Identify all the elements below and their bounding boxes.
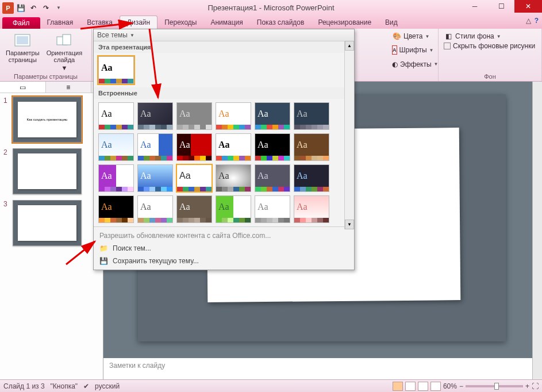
theme-thumb[interactable]: Aa [137,133,173,161]
slide-thumb-3[interactable]: 3 [3,200,99,246]
gallery-scrollbar[interactable]: ▲ ▼ [344,41,354,229]
page-setup-icon [13,32,32,48]
theme-thumb[interactable]: Aa [255,195,290,223]
outline-tab[interactable]: ≡ [46,82,92,93]
group-label-background: Фон [442,73,538,80]
notes-placeholder: Заметки к слайду [109,362,165,370]
theme-thumb[interactable]: Aa [98,102,134,130]
gallery-office-update[interactable]: Разрешить обновление контента с сайта Of… [94,229,354,242]
tab-insert[interactable]: Вставка [80,16,120,29]
colors-icon: 🎨 [392,32,401,41]
title-bar: P 💾 ↶ ↷ ▼ Презентация1 - Microsoft Power… [0,0,542,16]
theme-thumb[interactable]: Aa [137,102,173,130]
theme-thumb[interactable]: Aa [294,164,329,192]
editor-scrollbar[interactable] [532,82,542,379]
save-theme-icon: 💾 [99,257,108,265]
slides-tab[interactable]: ▭ [0,82,46,93]
tab-slideshow[interactable]: Показ слайдов [250,16,312,29]
gallery-header[interactable]: Все темы▼ [94,29,354,41]
zoom-out-button[interactable]: − [459,382,463,390]
theme-thumb[interactable]: Aa [137,195,173,223]
theme-thumb[interactable]: Aa [216,102,251,130]
effects-button[interactable]: ◐Эффекты▼ [390,59,435,70]
fonts-button[interactable]: AШрифты▼ [390,45,435,55]
view-normal-button[interactable] [393,382,403,391]
section-builtin: Встроенные [94,87,354,99]
window-controls: ─ ☐ ✕ [462,0,542,13]
close-button[interactable]: ✕ [514,0,542,13]
theme-thumb[interactable]: Aa [255,164,290,192]
minimize-ribbon-icon[interactable]: △ [526,17,531,25]
theme-thumb[interactable]: Aa [216,164,251,192]
background-styles-button[interactable]: ◧Стили фона▼ [442,31,538,41]
chevron-down-icon: ▼ [61,64,67,71]
theme-thumb[interactable]: Aa [176,133,212,161]
theme-thumb[interactable]: Aa [294,102,329,130]
notes-pane[interactable]: Заметки к слайду [103,356,532,379]
window-title: Презентация1 - Microsoft PowerPoint [0,3,542,12]
theme-thumb-selected[interactable]: Aa [176,164,212,192]
fonts-icon: A [392,45,397,55]
hide-bg-checkbox[interactable]: Скрыть фоновые рисунки [442,41,538,51]
slide-thumb-2[interactable]: 2 [3,148,99,194]
section-this-presentation: Эта презентация [94,41,354,53]
group-label-page-setup: Параметры страницы [3,73,88,80]
svg-rect-3 [63,34,71,45]
theme-thumb[interactable]: Aa [216,195,251,223]
tab-design[interactable]: Дизайн [120,16,157,29]
theme-thumb-current[interactable]: Aa [98,56,134,84]
slide-thumb-1[interactable]: 1 Как создать презентацию [3,97,99,143]
ribbon-tabs: Файл Главная Вставка Дизайн Переходы Ани… [0,16,542,29]
page-setup-button[interactable]: Параметры страницы [3,31,42,72]
undo-icon[interactable]: ↶ [28,2,39,14]
theme-thumb[interactable]: Aa [176,195,212,223]
slide-panel: ▭ ≡ ✕ 1 Как создать презентацию 2 3 [0,82,103,379]
zoom-in-button[interactable]: + [525,382,529,390]
zoom-level[interactable]: 60% [443,382,457,390]
theme-thumb[interactable]: Aa [216,133,251,161]
chevron-down-icon: ▼ [130,33,134,38]
status-language[interactable]: русский [95,382,120,390]
theme-thumb[interactable]: Aa [98,195,134,223]
view-slideshow-button[interactable] [430,382,441,391]
tab-review[interactable]: Рецензирование [311,16,378,29]
theme-thumb[interactable]: Aa [137,164,173,192]
scroll-up-icon[interactable]: ▲ [345,41,354,51]
theme-thumb[interactable]: Aa [294,133,329,161]
orientation-button[interactable]: Ориентация слайда ▼ [44,31,84,72]
status-bar: Слайд 1 из 3 "Кнопка" ✔ русский 60% − + … [0,379,542,392]
theme-thumb[interactable]: Aa [255,133,290,161]
quick-access-toolbar: P 💾 ↶ ↷ ▼ [0,2,64,14]
theme-thumb[interactable]: Aa [255,102,290,130]
tab-animations[interactable]: Анимация [203,16,249,29]
help-icon[interactable]: ? [535,17,539,25]
view-sorter-button[interactable] [405,382,416,391]
tab-home[interactable]: Главная [40,16,80,29]
zoom-slider[interactable] [466,385,523,387]
theme-thumb[interactable]: Aa [294,195,329,223]
status-theme-name[interactable]: "Кнопка" [51,382,78,390]
theme-thumb[interactable]: Aa [98,133,134,161]
colors-button[interactable]: 🎨Цвета▼ [390,31,435,41]
gallery-browse-themes[interactable]: 📁Поиск тем... [94,242,354,255]
gallery-save-theme[interactable]: 💾Сохранить текущую тему... [94,255,354,267]
app-icon[interactable]: P [2,2,14,14]
scroll-down-icon[interactable]: ▼ [345,220,354,229]
tab-view[interactable]: Вид [378,16,405,29]
svg-rect-1 [17,36,28,44]
theme-thumb[interactable]: Aa [176,102,212,130]
maximize-button[interactable]: ☐ [488,0,514,13]
minimize-button[interactable]: ─ [462,0,488,13]
tab-transitions[interactable]: Переходы [157,16,203,29]
redo-icon[interactable]: ↷ [40,2,52,14]
fit-to-window-button[interactable]: ⛶ [532,382,539,390]
save-icon[interactable]: 💾 [15,2,26,14]
tab-file[interactable]: Файл [2,17,40,29]
status-slide-number[interactable]: Слайд 1 из 3 [3,382,45,390]
checkbox-icon [444,43,451,49]
view-reading-button[interactable] [418,382,428,391]
qat-more-icon[interactable]: ▼ [53,2,64,14]
orientation-icon [55,32,74,48]
spellcheck-icon[interactable]: ✔ [83,382,89,390]
theme-thumb[interactable]: Aa [98,164,134,192]
